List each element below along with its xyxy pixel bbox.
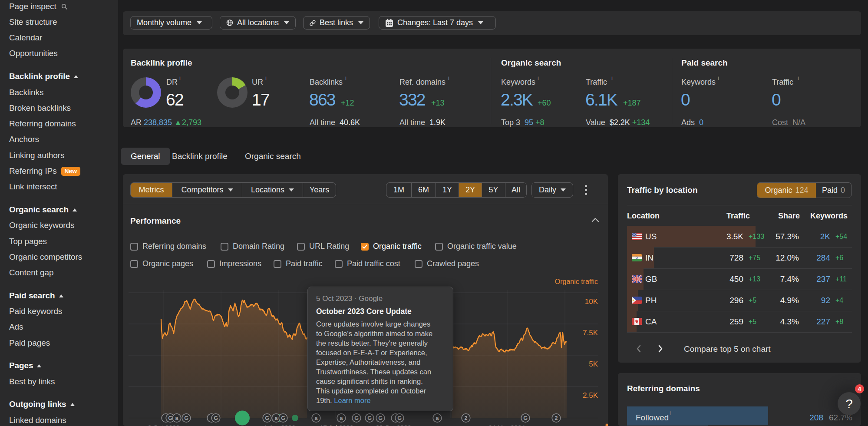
svg-text:Organic traffic: Organic traffic xyxy=(555,278,598,285)
svg-text:G: G xyxy=(523,415,528,421)
svg-text:G: G xyxy=(184,415,188,421)
svg-text:10K: 10K xyxy=(585,297,598,306)
svg-text:5K: 5K xyxy=(589,360,598,368)
svg-text:7.5K: 7.5K xyxy=(583,329,598,337)
svg-text:a: a xyxy=(340,415,343,421)
svg-text:G: G xyxy=(354,415,359,421)
svg-text:G: G xyxy=(168,415,172,421)
svg-text:a: a xyxy=(275,415,278,421)
svg-text:a: a xyxy=(436,415,439,421)
svg-text:G: G xyxy=(397,415,402,421)
svg-text:1 Apr 2023: 1 Apr 2023 xyxy=(264,424,296,426)
svg-text:3 Oct 2022: 3 Oct 2022 xyxy=(148,424,179,426)
svg-text:2: 2 xyxy=(465,415,468,421)
svg-text:24 Mar 2024: 24 Mar 2024 xyxy=(488,424,525,426)
svg-text:G: G xyxy=(367,415,372,421)
svg-text:2.5K: 2.5K xyxy=(583,391,598,400)
svg-text:G: G xyxy=(214,415,218,421)
svg-text:G: G xyxy=(281,415,285,421)
svg-text:G: G xyxy=(265,415,269,421)
svg-text:G: G xyxy=(378,415,383,421)
svg-text:23 Oct 2023: 23 Oct 2023 xyxy=(376,424,411,426)
svg-text:a: a xyxy=(175,415,179,421)
svg-text:2: 2 xyxy=(555,415,558,421)
svg-text:a: a xyxy=(315,415,318,421)
svg-text:17 Jul 2023: 17 Jul 2023 xyxy=(320,424,353,426)
